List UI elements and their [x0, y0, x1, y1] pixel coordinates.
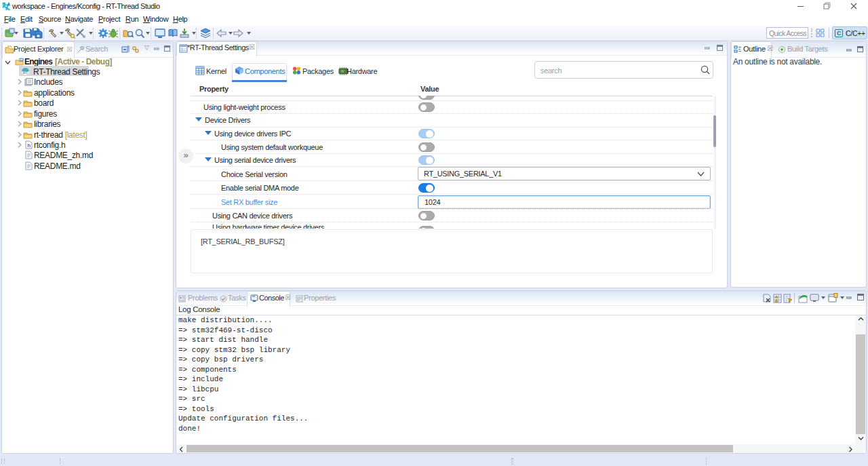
svg-text:h: h: [27, 142, 31, 149]
svg-text:RT: RT: [23, 71, 28, 75]
